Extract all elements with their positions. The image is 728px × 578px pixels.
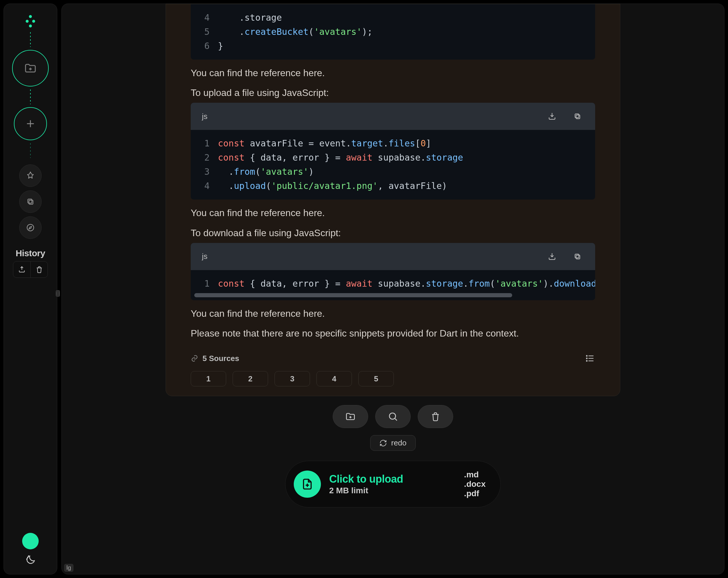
source-page-row: 1 2 3 4 5	[191, 371, 595, 387]
delete-button[interactable]	[418, 405, 453, 428]
status-indicator[interactable]	[22, 533, 39, 549]
attach-folder-button[interactable]	[333, 405, 368, 428]
line-number: 1	[191, 277, 218, 291]
code-lang-label: js	[202, 252, 208, 261]
upload-title: Click to upload	[329, 473, 403, 485]
search-button[interactable]	[375, 405, 411, 428]
svg-point-5	[28, 556, 29, 556]
code-download-button[interactable]	[546, 110, 558, 123]
code-lang-label: js	[202, 112, 208, 121]
sources-row: 5 Sources	[191, 353, 595, 363]
upload-subtitle: 2 MB limit	[329, 486, 403, 495]
line-number: 6	[191, 39, 218, 53]
reference-text: You can find the reference here.	[191, 207, 595, 219]
svg-point-4	[27, 559, 27, 559]
folder-plus-icon	[345, 411, 356, 422]
svg-point-3	[27, 557, 28, 558]
download-icon	[548, 112, 556, 121]
pin-icon	[26, 171, 35, 180]
sidebar: History ⋮⋮	[3, 3, 57, 575]
search-icon	[388, 411, 398, 422]
assistant-message: 4 .storage 5 .createBucket('avatars'); 6…	[165, 4, 620, 396]
connector-line	[30, 89, 31, 104]
svg-point-2	[27, 225, 34, 231]
code-body: 4 .storage 5 .createBucket('avatars'); 6…	[191, 4, 595, 60]
link-icon	[191, 354, 199, 362]
code-block: js 1const { data, error } = await supaba…	[191, 243, 595, 300]
code-header: js	[191, 103, 595, 130]
source-pill[interactable]: 5	[358, 371, 394, 387]
sources-list-toggle[interactable]	[585, 353, 595, 363]
new-folder-button[interactable]	[12, 50, 49, 86]
sidebar-drag-handle[interactable]: ⋮⋮	[56, 290, 60, 297]
folder-plus-icon	[24, 62, 37, 75]
copy-icon	[26, 197, 35, 206]
app-logo	[26, 15, 35, 27]
code-copy-button[interactable]	[571, 250, 584, 263]
line-number: 2	[191, 151, 218, 165]
theme-toggle[interactable]	[25, 555, 36, 565]
line-number: 4	[191, 10, 218, 25]
connector-line	[30, 143, 31, 158]
svg-point-11	[586, 358, 587, 359]
horizontal-scrollbar[interactable]	[194, 293, 592, 297]
svg-point-10	[586, 356, 587, 356]
explore-button[interactable]	[19, 216, 42, 239]
upload-icon-circle	[294, 471, 321, 498]
sources-count: 5 Sources	[203, 354, 239, 363]
svg-rect-9	[575, 254, 579, 258]
dart-note-text: Please note that there are no specific s…	[191, 327, 595, 340]
message-actions	[333, 405, 453, 428]
scrollbar-thumb[interactable]	[194, 293, 512, 297]
file-plus-icon	[301, 478, 314, 491]
line-number: 5	[191, 25, 218, 39]
history-delete-button[interactable]	[30, 262, 48, 278]
code-header: js	[191, 243, 595, 270]
breakpoint-badge: lg	[64, 564, 74, 572]
code-block: js 1const avatarFile = event.target.file…	[191, 103, 595, 200]
list-icon	[585, 353, 595, 363]
moon-icon	[25, 555, 36, 565]
copy-icon	[573, 112, 581, 121]
code-download-button[interactable]	[546, 250, 558, 263]
code-body: 1const avatarFile = event.target.files[0…	[191, 130, 595, 200]
upload-extensions: .md .docx .pdf	[464, 470, 486, 499]
main-panel: 4 .storage 5 .createBucket('avatars'); 6…	[61, 3, 725, 575]
reference-text: You can find the reference here.	[191, 67, 595, 79]
download-intro-text: To download a file using JavaScript:	[191, 227, 595, 239]
connector-line	[30, 32, 31, 47]
svg-rect-0	[29, 200, 33, 204]
code-body: 1const { data, error } = await supabase.…	[191, 270, 595, 293]
code-block: 4 .storage 5 .createBucket('avatars'); 6…	[191, 4, 595, 60]
upload-intro-text: To upload a file using JavaScript:	[191, 86, 595, 99]
source-pill[interactable]: 3	[275, 371, 310, 387]
pin-button[interactable]	[19, 164, 42, 187]
redo-button[interactable]: redo	[370, 435, 416, 451]
new-chat-button[interactable]	[14, 107, 47, 140]
redo-label: redo	[391, 438, 407, 448]
svg-rect-8	[576, 255, 580, 259]
history-heading: History	[16, 248, 45, 258]
plus-icon	[25, 118, 36, 130]
svg-point-12	[586, 361, 587, 361]
line-number: 1	[191, 136, 218, 151]
reference-text: You can find the reference here.	[191, 307, 595, 320]
copy-button[interactable]	[19, 190, 42, 213]
sources-label[interactable]: 5 Sources	[191, 354, 239, 363]
download-icon	[548, 252, 556, 261]
code-copy-button[interactable]	[571, 110, 584, 123]
line-number: 3	[191, 165, 218, 179]
copy-icon	[573, 253, 581, 261]
history-actions	[13, 261, 48, 278]
compass-icon	[26, 223, 35, 232]
history-export-button[interactable]	[13, 262, 30, 278]
source-pill[interactable]: 4	[316, 371, 352, 387]
trash-icon	[431, 412, 440, 422]
upload-dropzone[interactable]: Click to upload 2 MB limit .md .docx .pd…	[285, 461, 501, 507]
trash-icon	[35, 266, 43, 273]
source-pill[interactable]: 2	[233, 371, 268, 387]
source-pill[interactable]: 1	[191, 371, 226, 387]
svg-rect-6	[576, 115, 580, 119]
upload-icon	[18, 266, 26, 273]
refresh-icon	[379, 439, 387, 447]
